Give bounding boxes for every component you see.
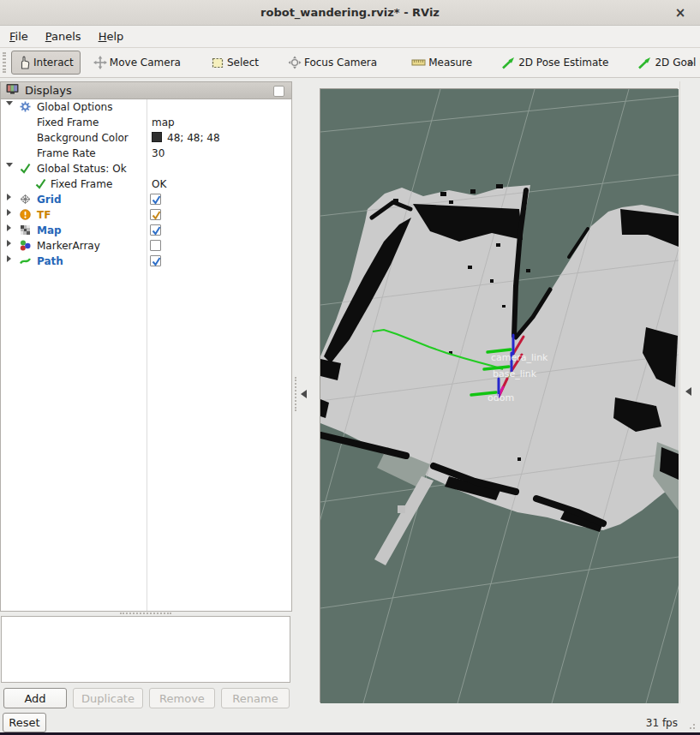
property-value[interactable]: 30 (152, 147, 165, 159)
status-ok-check-icon (20, 163, 31, 176)
tree-row-fixed-frame-status[interactable]: Fixed Frame OK (1, 176, 291, 192)
path-display-icon (20, 255, 31, 269)
display-name: Global Options (37, 101, 112, 113)
status-label: Global Status: Ok (37, 163, 127, 175)
select-tool-label: Select (227, 57, 259, 69)
tf-label-camera-link: camera_link (491, 352, 548, 363)
goal-pose-tool-label: 2D Goal Pose (655, 57, 700, 69)
scene-canvas: camera_link base_link odom (320, 89, 679, 703)
monitor-icon (6, 83, 19, 98)
ruler-icon (411, 57, 426, 68)
panel-float-button[interactable] (273, 86, 284, 97)
expand-arrow-icon[interactable] (7, 224, 11, 231)
gear-icon (20, 101, 31, 115)
collapse-left-panel-icon[interactable] (301, 390, 307, 398)
green-arrow-icon (637, 57, 652, 69)
tree-row-grid[interactable]: Grid (1, 192, 291, 207)
interact-tool-label: Interact (33, 57, 74, 69)
display-name: MarkerArray (37, 240, 100, 252)
property-value[interactable]: map (152, 117, 175, 128)
map-enabled-checkbox[interactable] (150, 224, 161, 236)
focus-target-icon (288, 56, 302, 69)
close-icon[interactable]: × (673, 5, 688, 21)
tree-row-global-options[interactable]: Global Options (1, 99, 291, 115)
tree-row-background-color[interactable]: Background Color 48; 48; 48 (1, 130, 291, 146)
tree-row-tf[interactable]: TF (1, 207, 291, 223)
tree-row-frame-rate[interactable]: Frame Rate 30 (1, 146, 291, 161)
expand-arrow-icon[interactable] (7, 240, 11, 247)
status-ok-check-icon (35, 178, 46, 192)
map-display-icon (20, 224, 31, 238)
tf-enabled-checkbox[interactable] (150, 209, 161, 220)
menu-file[interactable]: File (2, 27, 36, 45)
display-name: TF (37, 209, 51, 221)
expand-arrow-icon[interactable] (7, 209, 11, 216)
tree-row-fixed-frame[interactable]: Fixed Frame map (1, 115, 291, 130)
grid-display-icon (20, 194, 31, 207)
pose-estimate-tool-button[interactable]: 2D Pose Estimate (495, 52, 614, 74)
display-name: Grid (37, 194, 61, 206)
fps-counter: 31 fps (646, 717, 678, 729)
property-value[interactable]: 48; 48; 48 (167, 132, 220, 144)
move-arrows-icon (93, 56, 107, 69)
move-camera-tool-label: Move Camera (110, 57, 181, 69)
tf-label-base-link: base_link (493, 368, 537, 379)
collapse-right-panel-icon[interactable] (685, 387, 691, 396)
display-description-box (1, 616, 290, 683)
property-name: Fixed Frame (37, 117, 99, 128)
toolbar: Interact Move Camera Select Focus Camera… (0, 48, 700, 78)
3d-render-view[interactable]: camera_link base_link odom (320, 88, 678, 702)
focus-camera-tool-button[interactable]: Focus Camera (282, 51, 383, 74)
add-button[interactable]: Add (3, 688, 67, 708)
window-title: robot_wandering.rviz* - RViz (260, 6, 440, 19)
property-name: Background Color (37, 132, 129, 144)
tf-warning-icon (20, 209, 31, 223)
duplicate-button[interactable]: Duplicate (73, 688, 143, 708)
pose-estimate-tool-label: 2D Pose Estimate (518, 57, 608, 69)
marker-array-icon (20, 240, 31, 254)
menu-help[interactable]: Help (91, 27, 132, 45)
expand-arrow-icon[interactable] (6, 163, 13, 167)
path-enabled-checkbox[interactable] (150, 255, 161, 266)
display-name: Path (37, 255, 63, 267)
toolbar-drag-handle[interactable] (3, 52, 6, 73)
menu-bar: File Panels Help (0, 26, 700, 48)
markerarray-enabled-checkbox[interactable] (150, 240, 161, 251)
hand-pointer-icon (18, 56, 31, 69)
select-tool-button[interactable]: Select (206, 52, 265, 74)
color-swatch[interactable] (152, 132, 162, 142)
green-arrow-icon (501, 57, 516, 69)
tree-row-path[interactable]: Path (1, 254, 291, 269)
menu-panels[interactable]: Panels (38, 27, 89, 45)
status-item-value: OK (152, 178, 166, 190)
tf-label-odom: odom (488, 392, 514, 403)
expand-arrow-icon[interactable] (6, 101, 13, 105)
left-splitter-handle[interactable] (295, 377, 296, 411)
window-resize-grip[interactable] (689, 721, 697, 730)
move-camera-tool-button[interactable]: Move Camera (87, 51, 187, 74)
interact-tool-button[interactable]: Interact (11, 51, 81, 75)
rename-button[interactable]: Rename (221, 688, 290, 708)
tree-row-markerarray[interactable]: MarkerArray (1, 238, 291, 254)
toolbar-overflow-chevron[interactable]: » (686, 56, 693, 69)
displays-panel-title: Displays (25, 84, 72, 97)
property-name: Frame Rate (37, 147, 96, 159)
displays-panel-header[interactable]: Displays (0, 81, 292, 99)
expand-arrow-icon[interactable] (7, 194, 11, 200)
expand-arrow-icon[interactable] (7, 255, 11, 262)
display-name: Map (37, 224, 62, 236)
measure-tool-button[interactable]: Measure (405, 52, 478, 73)
tree-row-global-status[interactable]: Global Status: Ok (1, 161, 291, 176)
status-item-name: Fixed Frame (51, 178, 112, 190)
tree-row-map[interactable]: Map (1, 223, 291, 238)
right-splitter[interactable] (679, 81, 680, 703)
grid-enabled-checkbox[interactable] (150, 194, 161, 205)
measure-tool-label: Measure (428, 57, 472, 69)
title-bar[interactable]: robot_wandering.rviz* - RViz × (0, 0, 700, 26)
remove-button[interactable]: Remove (149, 688, 215, 708)
selection-box-icon (212, 57, 224, 69)
panel-splitter-handle[interactable] (120, 612, 171, 615)
displays-tree[interactable]: Global Options Fixed Frame map Backgroun… (0, 99, 292, 612)
reset-button[interactable]: Reset (3, 713, 46, 732)
focus-camera-tool-label: Focus Camera (304, 57, 377, 69)
